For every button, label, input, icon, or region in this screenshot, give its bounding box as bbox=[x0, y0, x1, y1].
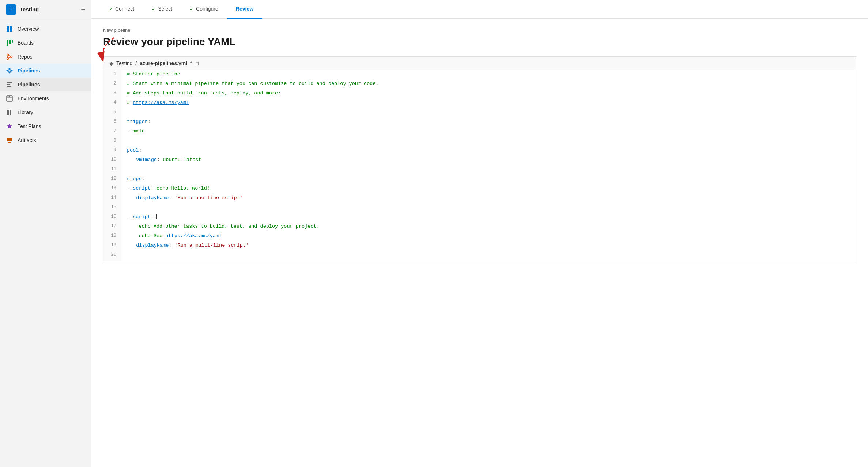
sidebar-nav: Overview Boards bbox=[0, 19, 91, 467]
code-editor[interactable]: 1 # Starter pipeline 2 # Start with a mi… bbox=[103, 70, 856, 261]
svg-rect-3 bbox=[10, 29, 12, 32]
repo-name: Testing bbox=[116, 60, 132, 66]
code-line: 12 steps: bbox=[103, 175, 856, 184]
sidebar-item-pipelines2[interactable]: Pipelines bbox=[0, 78, 91, 91]
copy-icon[interactable]: ⊓ bbox=[195, 60, 199, 66]
code-line: 1 # Starter pipeline bbox=[103, 70, 856, 80]
svg-rect-2 bbox=[7, 29, 9, 32]
code-line: 11 bbox=[103, 165, 856, 175]
svg-point-27 bbox=[9, 96, 10, 97]
svg-rect-21 bbox=[7, 82, 12, 83]
tab-select-label: Select bbox=[158, 6, 172, 12]
sidebar-item-repos[interactable]: Repos bbox=[0, 50, 91, 64]
svg-rect-30 bbox=[7, 138, 12, 141]
svg-rect-22 bbox=[7, 84, 10, 85]
svg-point-16 bbox=[11, 70, 13, 72]
page-content: New pipeline Review your pipeline YAML ◆… bbox=[91, 19, 868, 467]
tab-review[interactable]: Review bbox=[227, 0, 262, 19]
sidebar-header: T Testing + bbox=[0, 0, 91, 19]
code-line: 6 trigger: bbox=[103, 118, 856, 127]
sidebar-item-label: Test Plans bbox=[18, 123, 41, 129]
svg-line-17 bbox=[8, 70, 9, 71]
sidebar-item-label: Overview bbox=[18, 26, 39, 32]
boards-icon bbox=[6, 39, 13, 46]
svg-line-11 bbox=[8, 55, 11, 56]
filename: azure-pipelines.yml bbox=[140, 60, 187, 66]
sidebar-item-label: Artifacts bbox=[18, 137, 36, 143]
svg-line-19 bbox=[10, 70, 11, 71]
svg-rect-29 bbox=[10, 110, 11, 115]
repo-icon: ◆ bbox=[109, 60, 113, 66]
svg-point-26 bbox=[8, 96, 9, 97]
tab-select[interactable]: ✓ Select bbox=[143, 0, 181, 19]
environments-icon bbox=[6, 95, 13, 102]
page-title: Review your pipeline YAML bbox=[103, 36, 236, 48]
sidebar-item-boards[interactable]: Boards bbox=[0, 36, 91, 50]
code-line: 19 displayName: 'Run a multi-line script… bbox=[103, 242, 856, 251]
sidebar-item-label: Pipelines bbox=[18, 82, 40, 87]
code-line: 9 pool: bbox=[103, 146, 856, 156]
svg-point-13 bbox=[7, 70, 8, 72]
code-line: 3 # Add steps that build, run tests, dep… bbox=[103, 89, 856, 99]
check-icon: ✓ bbox=[190, 6, 194, 12]
sidebar-item-environments[interactable]: Environments bbox=[0, 91, 91, 105]
svg-rect-4 bbox=[7, 40, 8, 46]
sidebar-item-library[interactable]: Library bbox=[0, 105, 91, 119]
pipelines2-icon bbox=[6, 81, 13, 88]
tab-configure-label: Configure bbox=[196, 6, 218, 12]
pipelines-icon bbox=[6, 67, 13, 74]
svg-rect-1 bbox=[10, 26, 12, 29]
svg-rect-28 bbox=[7, 110, 9, 115]
svg-rect-31 bbox=[8, 142, 11, 143]
sidebar-item-label: Boards bbox=[18, 40, 34, 46]
test-plans-icon bbox=[6, 123, 13, 130]
repos-icon bbox=[6, 53, 13, 60]
tab-connect-label: Connect bbox=[115, 6, 134, 12]
sidebar-item-overview[interactable]: Overview bbox=[0, 22, 91, 36]
check-icon: ✓ bbox=[152, 6, 156, 12]
sidebar-item-label: Library bbox=[18, 109, 33, 115]
code-line: 13 - script: echo Hello, world! bbox=[103, 184, 856, 194]
check-icon: ✓ bbox=[109, 6, 113, 12]
svg-rect-6 bbox=[12, 40, 13, 43]
sidebar-item-label: Repos bbox=[18, 54, 32, 60]
svg-line-12 bbox=[8, 57, 11, 58]
code-line: 18 echo See https://aka.ms/yaml bbox=[103, 232, 856, 242]
code-line: 7 - main bbox=[103, 127, 856, 137]
svg-rect-5 bbox=[9, 40, 11, 44]
avatar: T bbox=[6, 4, 16, 15]
code-line: 2 # Start with a minimal pipeline that y… bbox=[103, 80, 856, 89]
tab-review-label: Review bbox=[236, 6, 253, 12]
project-name: Testing bbox=[20, 6, 77, 12]
path-separator: / bbox=[135, 60, 137, 66]
svg-rect-23 bbox=[7, 86, 11, 87]
code-line: 16 - script: bbox=[103, 213, 856, 223]
main-content: ✓ Connect ✓ Select ✓ Configure Review Ne… bbox=[91, 0, 868, 467]
tab-configure[interactable]: ✓ Configure bbox=[181, 0, 227, 19]
wizard-tabs: ✓ Connect ✓ Select ✓ Configure Review bbox=[91, 0, 868, 19]
link[interactable]: https://aka.ms/yaml bbox=[165, 233, 222, 239]
sidebar-item-artifacts[interactable]: Artifacts bbox=[0, 133, 91, 147]
code-line: 15 bbox=[103, 203, 856, 213]
sidebar-item-pipelines[interactable]: Pipelines bbox=[0, 64, 91, 78]
sidebar-item-label: Environments bbox=[18, 96, 49, 101]
modified-indicator: * bbox=[190, 60, 192, 66]
library-icon bbox=[6, 109, 13, 116]
code-line: 5 bbox=[103, 108, 856, 118]
code-line: 10 vmImage: ubuntu-latest bbox=[103, 156, 856, 165]
code-line: 14 displayName: 'Run a one-line script' bbox=[103, 194, 856, 203]
breadcrumb: New pipeline bbox=[103, 27, 856, 33]
code-line: 20 bbox=[103, 251, 856, 261]
svg-line-20 bbox=[10, 71, 11, 72]
tab-connect[interactable]: ✓ Connect bbox=[100, 0, 143, 19]
sidebar-item-test-plans[interactable]: Test Plans bbox=[0, 119, 91, 133]
svg-point-8 bbox=[7, 58, 9, 60]
code-line: 8 bbox=[103, 137, 856, 146]
svg-point-7 bbox=[7, 54, 9, 56]
add-project-button[interactable]: + bbox=[81, 6, 85, 13]
sidebar: T Testing + Overview bbox=[0, 0, 91, 467]
svg-rect-0 bbox=[7, 26, 9, 29]
svg-line-18 bbox=[8, 71, 9, 72]
file-header: ◆ Testing / azure-pipelines.yml * ⊓ bbox=[103, 56, 856, 70]
link[interactable]: https://aka.ms/yaml bbox=[133, 100, 189, 105]
